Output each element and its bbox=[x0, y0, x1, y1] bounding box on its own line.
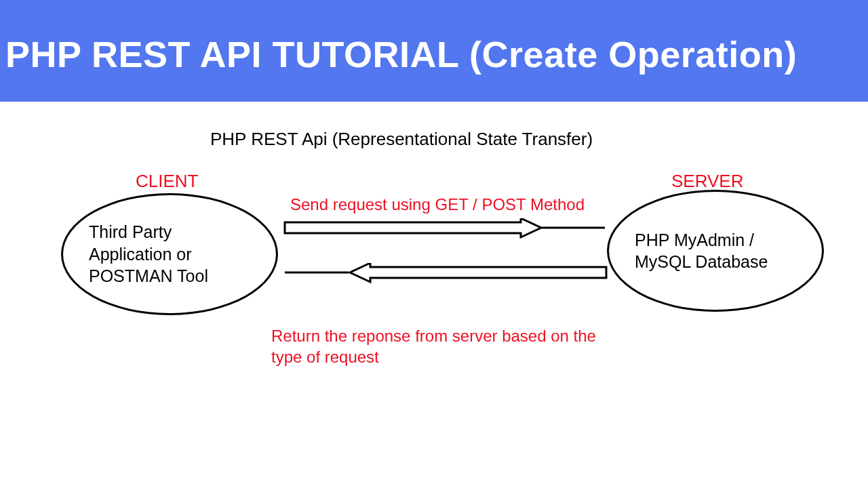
arrow-right-icon bbox=[283, 218, 609, 245]
server-node: PHP MyAdmin / MySQL Database bbox=[607, 190, 824, 312]
response-arrow-label: Return the reponse from server based on … bbox=[271, 325, 604, 367]
server-node-text: PHP MyAdmin / MySQL Database bbox=[635, 229, 796, 273]
client-node: Third Party Application or POSTMAN Tool bbox=[61, 193, 278, 315]
client-node-text: Third Party Application or POSTMAN Tool bbox=[89, 221, 250, 287]
arrow-left-icon bbox=[283, 263, 609, 290]
diagram-canvas: PHP REST Api (Representational State Tra… bbox=[0, 102, 868, 488]
server-label: SERVER bbox=[671, 171, 743, 192]
page-title: PHP REST API TUTORIAL (Create Operation) bbox=[5, 33, 797, 75]
request-arrow-label: Send request using GET / POST Method bbox=[290, 195, 585, 214]
client-label: CLIENT bbox=[136, 171, 198, 192]
diagram-title: PHP REST Api (Representational State Tra… bbox=[210, 129, 593, 150]
header-bar: PHP REST API TUTORIAL (Create Operation) bbox=[0, 0, 868, 102]
